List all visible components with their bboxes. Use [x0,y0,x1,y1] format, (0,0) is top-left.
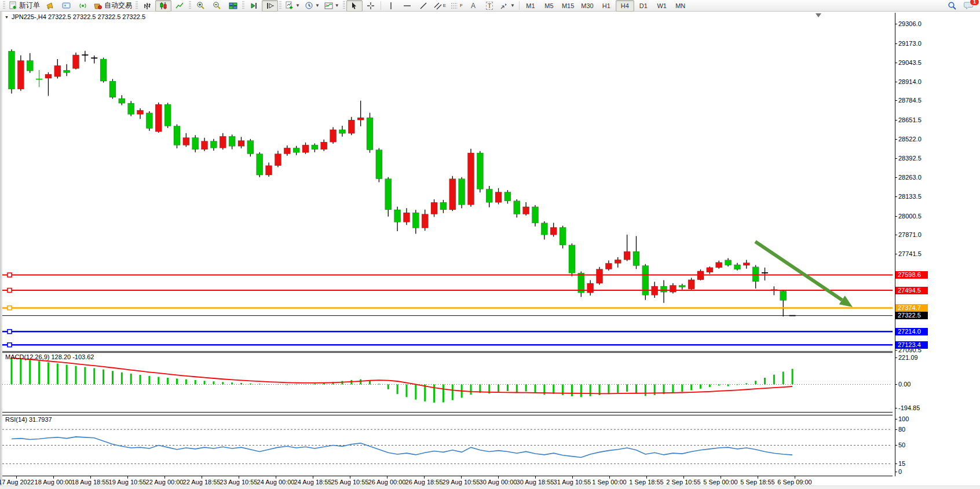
crosshair-button[interactable] [363,0,379,12]
timeframe-m30[interactable]: M30 [577,0,597,12]
trend-arrow-annotation[interactable] [755,242,853,307]
vertical-line-icon [387,2,394,10]
toolbar-grip [242,1,244,10]
chevron-down-icon: ▼ [315,3,320,8]
chart-window: ▼ JPN225-,H4 27322.5 27322.5 27322.5 273… [0,12,980,489]
indicators-button[interactable]: ▼ [283,0,302,12]
time-label: 22 Aug 18:55 [183,479,221,486]
axis-tick-label: 28263.0 [898,174,922,181]
terminal-button[interactable] [58,0,75,12]
macd-signal-line [12,358,792,394]
axis-tick [895,254,897,254]
zoom-out-button[interactable] [209,0,225,12]
vertical-line-button[interactable] [383,0,399,12]
price-line-badge: 27214.0 [895,328,928,335]
rsi-pane[interactable] [2,415,893,476]
macd-pane[interactable] [2,352,893,413]
periods-icon [305,1,313,10]
hline-handle[interactable] [8,273,12,277]
auto-trading-button[interactable]: 自动交易 [91,0,134,12]
horizontal-line-button[interactable] [399,0,415,12]
axis-tick [895,408,897,408]
new-order-icon [9,1,17,10]
axis-tick-label: 29173.0 [898,40,922,47]
timeframe-h1[interactable]: H1 [597,0,616,12]
toolbar-grip [279,1,281,10]
new-order-button[interactable]: 新订单 [6,0,42,12]
search-icon [948,1,957,10]
hline-handle[interactable] [8,289,12,293]
symbol-ohlc-text: JPN225-,H4 27322.5 27322.5 27322.5 27322… [12,13,145,20]
axis-tick-label: 0.00 [898,381,910,388]
toolbar-grip [189,1,191,10]
time-label: 5 Sep 18:55 [740,479,774,486]
text-icon: A [471,2,476,10]
collapse-icon[interactable]: ▼ [5,15,9,19]
time-label: 22 Aug 00:00 [146,479,184,486]
indicators-icon [285,1,294,10]
trendline-button[interactable] [415,0,432,12]
channel-button[interactable]: E [432,0,448,12]
main-price-pane[interactable] [2,13,893,352]
hline-handle[interactable] [8,343,12,347]
toolbar: 新订单 自动交易 ▼ ▼ [0,0,980,12]
time-label: 23 Aug 10:55 [220,479,258,486]
price-line-badge: 27374.7 [895,304,928,312]
horizontal-line-icon [403,2,411,10]
time-label: 2 Sep 10:55 [666,479,700,486]
axis-tick [895,464,897,464]
auto-trading-icon [93,2,103,10]
search-button[interactable] [944,0,960,12]
macd-label: MACD(12,26,9) 128.20 -103.62 [5,353,94,360]
terminal-icon [62,2,71,10]
axis-tick-label: 28522.0 [898,136,922,143]
bar-chart-button[interactable] [139,0,155,12]
notifications-button[interactable]: 1 [960,0,977,12]
zoom-in-button[interactable] [192,0,209,12]
fibonacci-button[interactable]: F [448,0,465,12]
rsi-label: RSI(14) 31.7937 [5,416,52,423]
text-label-button[interactable]: T [481,0,498,12]
timeframe-m1[interactable]: M1 [521,0,540,12]
chevron-down-icon: ▼ [295,3,300,8]
text-button[interactable]: A [465,0,481,12]
timeframe-m5[interactable]: M5 [540,0,558,12]
channel-letter: E [443,3,446,8]
time-label: 26 Aug 18:55 [405,479,443,486]
price-line-badge: 27322.5 [895,312,928,319]
tile-windows-button[interactable] [225,0,241,12]
signal-button[interactable] [75,0,91,12]
candlestick-button[interactable] [155,0,171,12]
time-label: 17 Aug 2022 [0,479,34,486]
cursor-button[interactable] [346,0,363,12]
auto-scroll-button[interactable] [246,0,262,12]
timeframe-group: M1M5M15M30H1H4D1W1MN [521,0,690,12]
time-label: 30 Aug 00:00 [480,479,517,486]
chart-shift-button[interactable] [262,0,278,12]
timeframe-d1[interactable]: D1 [634,0,653,12]
hline-handle[interactable] [8,330,12,334]
axis-tick [895,177,897,178]
axis-tick [895,63,897,63]
arrows-button[interactable]: ▼ [498,0,517,12]
timeframe-h4[interactable]: H4 [616,0,634,12]
timeframe-m15[interactable]: M15 [558,0,577,12]
time-label: 24 Aug 00:00 [257,479,295,486]
axis-tick-label: 100 [898,415,909,422]
zoom-in-icon [196,1,205,10]
megaphone-button[interactable] [42,0,58,12]
periods-button[interactable]: ▼ [302,0,322,12]
templates-button[interactable]: ▼ [322,0,342,12]
line-chart-button[interactable] [171,0,188,12]
timeframe-mn[interactable]: MN [671,0,690,12]
hline-handle[interactable] [8,306,12,310]
chart-info-line[interactable]: ▼ JPN225-,H4 27322.5 27322.5 27322.5 273… [5,13,145,20]
text-label-icon: T [486,2,493,10]
time-label: 1 Sep 18:55 [629,479,663,486]
axis-tick [895,357,897,358]
timeframe-w1[interactable]: W1 [653,0,671,12]
bar-chart-icon [143,2,152,10]
axis-tick [895,43,897,44]
axis-tick [895,24,897,24]
axis-tick [895,419,897,419]
